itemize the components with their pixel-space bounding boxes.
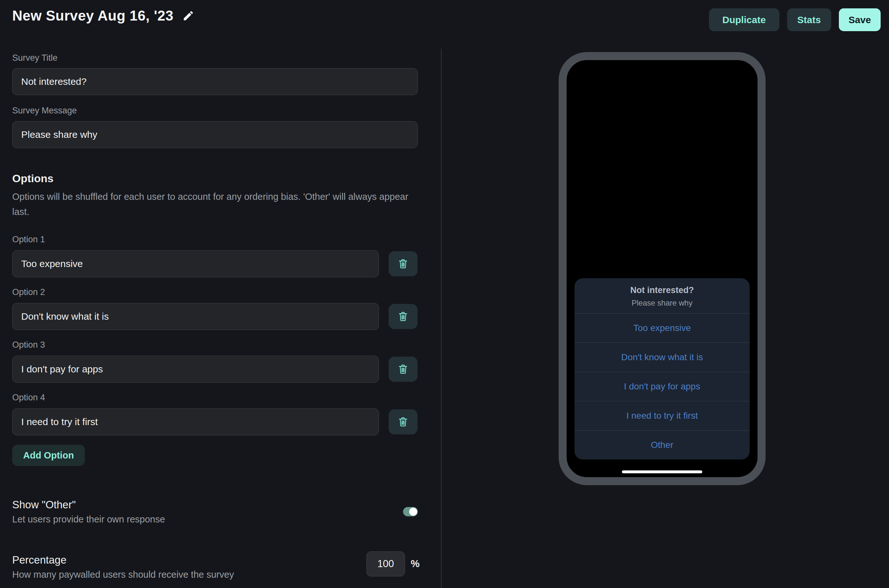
preview-option: Don't know what it is <box>575 342 750 372</box>
preview-option: Other <box>575 430 750 459</box>
page-title: New Survey Aug 16, '23 <box>12 8 174 24</box>
options-heading: Options <box>12 172 53 185</box>
header-actions: Duplicate Stats Save <box>709 8 881 31</box>
preview-title: Not interested? <box>581 285 743 295</box>
save-button[interactable]: Save <box>839 8 881 31</box>
survey-title-label: Survey Title <box>12 53 57 63</box>
preview-header: Not interested? Please share why <box>575 278 750 313</box>
duplicate-button[interactable]: Duplicate <box>709 8 779 31</box>
percentage-label: Percentage <box>12 554 66 566</box>
trash-icon <box>397 416 409 428</box>
delete-option-1-button[interactable] <box>389 251 417 276</box>
preview-option: I don't pay for apps <box>575 372 750 401</box>
option-2-label: Option 2 <box>12 287 45 297</box>
option-3-input[interactable] <box>12 356 379 382</box>
survey-message-input[interactable] <box>12 121 418 148</box>
page-header: New Survey Aug 16, '23 <box>12 8 195 24</box>
stats-button[interactable]: Stats <box>787 8 831 31</box>
trash-icon <box>397 363 409 375</box>
percentage-input[interactable] <box>366 551 405 576</box>
survey-editor-page: New Survey Aug 16, '23 Duplicate Stats S… <box>0 0 889 588</box>
options-description: Options will be shuffled for each user t… <box>12 189 414 219</box>
option-4-input[interactable] <box>12 408 379 435</box>
option-4-label: Option 4 <box>12 393 45 403</box>
survey-message-label: Survey Message <box>12 106 77 116</box>
survey-preview-card: Not interested? Please share why Too exp… <box>575 278 750 459</box>
panel-divider <box>441 49 441 588</box>
delete-option-2-button[interactable] <box>389 304 417 329</box>
preview-option: Too expensive <box>575 313 750 342</box>
show-other-label: Show "Other" <box>12 499 76 511</box>
phone-preview-frame: Not interested? Please share why Too exp… <box>559 52 766 485</box>
delete-option-3-button[interactable] <box>389 357 417 382</box>
percentage-description: How many paywalled users should receive … <box>12 569 234 580</box>
percentage-suffix: % <box>411 551 420 576</box>
show-other-description: Let users provide their own response <box>12 514 165 525</box>
home-indicator <box>622 470 702 473</box>
option-1-label: Option 1 <box>12 234 45 244</box>
add-option-button[interactable]: Add Option <box>12 445 85 466</box>
option-3-label: Option 3 <box>12 340 45 350</box>
show-other-toggle[interactable] <box>403 507 418 516</box>
survey-title-input[interactable] <box>12 68 418 95</box>
preview-message: Please share why <box>581 298 743 308</box>
trash-icon <box>397 258 409 270</box>
delete-option-4-button[interactable] <box>389 410 417 434</box>
toggle-knob <box>409 508 417 516</box>
preview-option: I need to try it first <box>575 401 750 430</box>
trash-icon <box>397 311 409 322</box>
option-1-input[interactable] <box>12 250 379 277</box>
edit-title-icon[interactable] <box>182 9 195 22</box>
option-2-input[interactable] <box>12 303 379 330</box>
